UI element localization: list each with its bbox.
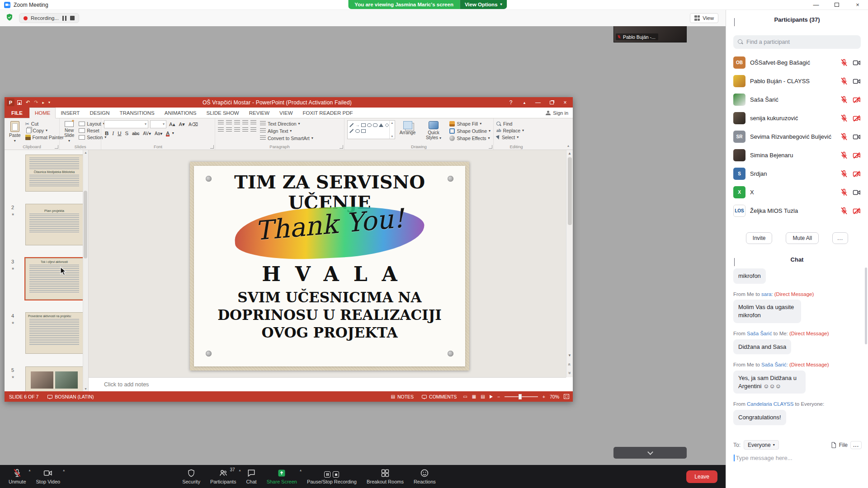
reading-view-icon[interactable]: ▤ bbox=[481, 394, 485, 399]
slide-counter[interactable]: SLIDE 6 OF 7 bbox=[5, 391, 43, 402]
muted-mic-icon[interactable] bbox=[840, 114, 848, 122]
mute-all-button[interactable]: Mute All bbox=[786, 232, 819, 244]
muted-mic-icon[interactable] bbox=[840, 207, 848, 215]
zoom-in-button[interactable]: + bbox=[542, 394, 545, 399]
line-spacing-icon[interactable] bbox=[250, 120, 256, 126]
chat-more-button[interactable]: ... bbox=[850, 441, 862, 449]
stop-recording-icon[interactable] bbox=[70, 16, 75, 20]
decrease-indent-icon[interactable] bbox=[234, 120, 240, 126]
participant-row[interactable]: Simina Bejenaru bbox=[726, 146, 868, 164]
recipient-select[interactable]: Everyone▾ bbox=[744, 440, 779, 450]
share-screen-button[interactable]: ▴ Share Screen bbox=[262, 465, 302, 488]
font-size-select[interactable]: ▾ bbox=[150, 120, 166, 128]
tab-foxit[interactable]: FOXIT READER PDF bbox=[298, 108, 358, 118]
encryption-shield-icon[interactable] bbox=[5, 13, 14, 23]
participant-row[interactable]: S Srdjan bbox=[726, 164, 868, 183]
participants-more-button[interactable]: ... bbox=[832, 232, 848, 244]
chat-scrollbar[interactable] bbox=[865, 267, 867, 344]
quick-styles-button[interactable]: Quick Styles ▾ bbox=[420, 120, 447, 144]
participant-row[interactable]: SR Sevima Rizvanbegović Buljević bbox=[726, 127, 868, 146]
bold-button[interactable]: B bbox=[104, 131, 109, 136]
muted-mic-icon[interactable] bbox=[840, 170, 848, 178]
slide-thumbnail-2[interactable]: Plan projekta bbox=[25, 204, 83, 245]
help-icon[interactable]: ? bbox=[504, 97, 518, 108]
find-button[interactable]: Find bbox=[496, 121, 536, 127]
fit-slide-icon[interactable] bbox=[564, 394, 569, 399]
ppt-restore-button[interactable] bbox=[545, 97, 558, 108]
shrink-font-button[interactable]: A▾ bbox=[178, 121, 185, 127]
notes-toggle[interactable]: ▤NOTES bbox=[389, 391, 415, 402]
zoom-out-button[interactable]: − bbox=[497, 394, 500, 399]
participant-search-input[interactable]: Find a participant bbox=[733, 35, 861, 49]
previous-slide-button[interactable]: « bbox=[567, 363, 572, 366]
change-case-button[interactable]: Aa▾ bbox=[154, 131, 163, 136]
grow-font-button[interactable]: A▴ bbox=[168, 121, 176, 127]
thumbnail-scrollbar[interactable]: ▲▼ bbox=[83, 150, 88, 391]
slide-body-text[interactable]: SVIM UČESNICIMA NADOPRINOSU U REALIZACIJ… bbox=[194, 289, 465, 341]
muted-mic-icon[interactable] bbox=[840, 96, 848, 104]
align-text-button[interactable]: Align Text ▾ bbox=[260, 128, 313, 134]
font-color-button[interactable]: A bbox=[165, 131, 170, 136]
chat-input[interactable]: Type message here... bbox=[734, 455, 861, 461]
language-status[interactable]: BOSNIAN (LATIN) bbox=[43, 391, 98, 402]
replace-button[interactable]: abReplace ▾ bbox=[496, 128, 536, 133]
camera-icon[interactable] bbox=[853, 170, 861, 178]
tab-design[interactable]: DESIGN bbox=[85, 108, 114, 118]
slideshow-view-icon[interactable] bbox=[490, 395, 493, 399]
close-button[interactable]: × bbox=[847, 0, 868, 10]
character-spacing-button[interactable]: AV▾ bbox=[142, 131, 152, 136]
dialog-launcher-icon[interactable] bbox=[489, 145, 492, 149]
redo-icon[interactable]: ↷ bbox=[34, 99, 38, 105]
maximize-button[interactable] bbox=[826, 0, 847, 10]
comments-toggle[interactable]: COMMENTS bbox=[420, 391, 458, 402]
select-button[interactable]: Select ▾ bbox=[496, 135, 536, 140]
sign-in-button[interactable]: Sign in bbox=[546, 108, 568, 118]
slide-thumbnail-3-selected[interactable]: Tok i ciljevi aktivnosti bbox=[25, 258, 83, 300]
shape-gallery-scroll[interactable]: ▲▼ bbox=[389, 121, 395, 139]
next-slide-button[interactable]: « bbox=[567, 372, 572, 375]
convert-smartart-button[interactable]: Convert to SmartArt ▾ bbox=[260, 136, 313, 141]
view-layout-button[interactable]: View bbox=[690, 13, 718, 23]
format-painter-button[interactable]: Format Painter bbox=[25, 135, 64, 140]
pause-recording-icon[interactable] bbox=[62, 16, 67, 21]
camera-icon[interactable] bbox=[853, 133, 861, 141]
tab-view[interactable]: VIEW bbox=[274, 108, 297, 118]
collapse-ribbon-icon[interactable]: ▴ bbox=[567, 144, 569, 148]
pause-stop-recording-button[interactable]: Pause/Stop Recording bbox=[302, 465, 362, 488]
slide-editing-area[interactable]: TIM ZA SERVISNOUČENJE Thank You! HVALA S… bbox=[89, 150, 566, 377]
participant-row[interactable]: X X bbox=[726, 183, 868, 202]
save-icon[interactable] bbox=[17, 100, 22, 105]
invite-button[interactable]: Invite bbox=[746, 232, 773, 244]
dialog-launcher-icon[interactable] bbox=[55, 145, 58, 149]
participant-row[interactable]: Pablo Buján - CLAYSS bbox=[726, 72, 868, 90]
ppt-minimize-button[interactable]: — bbox=[531, 97, 545, 108]
reactions-button[interactable]: Reactions bbox=[409, 465, 441, 488]
participant-row[interactable]: senija kukuruzović bbox=[726, 109, 868, 127]
camera-icon[interactable] bbox=[853, 114, 861, 122]
view-options-button[interactable]: View Options▾ bbox=[460, 0, 507, 9]
unmute-button[interactable]: ▴ Unmute bbox=[4, 465, 31, 488]
slide-thumbnail-4[interactable]: Provedene aktivnosti na projektu: bbox=[25, 312, 83, 354]
camera-icon[interactable] bbox=[853, 59, 861, 67]
stop-video-button[interactable]: ▴ Stop Video bbox=[31, 465, 66, 488]
ribbon-options-icon[interactable]: ▴ bbox=[518, 97, 531, 108]
increase-indent-icon[interactable] bbox=[242, 120, 248, 126]
tab-review[interactable]: REVIEW bbox=[244, 108, 274, 118]
camera-icon[interactable] bbox=[853, 151, 861, 160]
collapse-videos-button[interactable] bbox=[613, 447, 687, 459]
slide-scrollbar[interactable]: ▲ ▼ « « bbox=[566, 150, 573, 377]
shape-effects-button[interactable]: Shape Effects ▾ bbox=[449, 136, 491, 141]
slide-canvas[interactable]: TIM ZA SERVISNOUČENJE Thank You! HVALA S… bbox=[190, 162, 469, 371]
tab-file[interactable]: FILE bbox=[5, 108, 29, 118]
paste-button[interactable]: Paste ▾ bbox=[7, 120, 23, 144]
participant-row[interactable]: OB OŠSafvet-Beg Bašagić bbox=[726, 53, 868, 72]
hvala-text[interactable]: HVALA bbox=[194, 263, 465, 286]
shape-gallery[interactable]: → ▲▼ bbox=[347, 120, 395, 139]
chat-button[interactable]: Chat bbox=[241, 465, 261, 488]
muted-mic-icon[interactable] bbox=[840, 77, 848, 85]
file-button[interactable]: File bbox=[839, 442, 848, 448]
clear-formatting-button[interactable]: A⌫ bbox=[188, 122, 199, 127]
tab-home[interactable]: HOME bbox=[29, 108, 56, 118]
camera-icon[interactable] bbox=[853, 207, 861, 215]
camera-icon[interactable] bbox=[853, 96, 861, 104]
